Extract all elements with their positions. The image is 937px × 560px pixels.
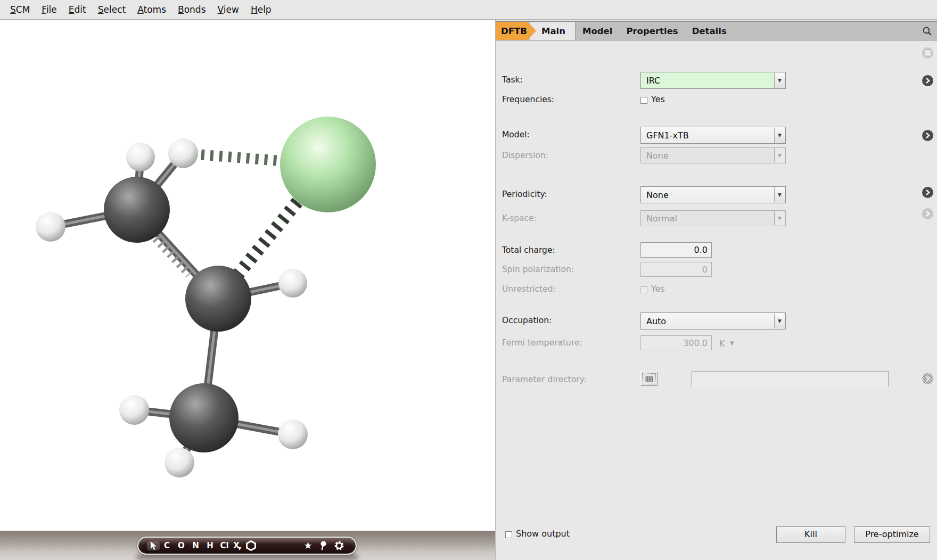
model-dropdown-arrow-icon[interactable]: ▼ [774,128,785,143]
ring-tool-icon[interactable] [241,540,260,551]
spin-polarization-input: 0 [640,262,712,277]
search-icon[interactable] [922,22,937,40]
element-hydrogen-button[interactable]: H [203,539,217,553]
occupation-dropdown-arrow-icon[interactable]: ▼ [774,314,785,328]
kspace-dropdown: Normal ▼ [640,210,786,226]
element-carbon-button[interactable]: C [160,539,174,553]
gear-tool-icon[interactable] [331,540,347,551]
dispersion-value: None [646,151,669,161]
kspace-dropdown-arrow-icon: ▼ [774,211,785,225]
fermi-unit-dropdown-caret-icon: ▼ [730,340,734,346]
element-chlorine-button[interactable]: Cl [217,539,232,553]
atom-H [126,143,155,171]
parameter-directory-label: Parameter directory: [502,375,587,384]
atom-C [169,383,239,452]
frequencies-checkbox[interactable] [640,97,647,104]
kspace-value: Normal [646,213,677,224]
element-toolbar: C O N H Cl X ▼ ★ [137,537,357,555]
dispersion-label: Dispersion: [502,151,548,160]
atom-C [185,266,251,332]
occupation-value: Auto [646,316,666,326]
periodicity-dropdown-arrow-icon[interactable]: ▼ [774,187,785,202]
task-label: Task: [502,75,523,85]
task-dropdown-arrow-icon[interactable]: ▼ [774,73,785,88]
frequencies-label: Frequencies: [502,95,554,104]
tab-main[interactable]: Main [530,22,576,40]
pointer-tool-icon[interactable] [147,541,160,550]
task-value: IRC [646,76,660,86]
menu-select[interactable]: Select [92,4,131,15]
element-nitrogen-button[interactable]: N [188,539,203,553]
show-output-label[interactable]: Show output [516,529,570,539]
periodicity-label: Periodicity: [502,190,547,199]
kspace-detail-chevron-icon-disabled [922,208,933,219]
atom-C [104,177,170,243]
model-dropdown[interactable]: GFN1-xTB ▼ [640,127,786,144]
spin-polarization-label: Spin polarization: [502,265,574,274]
menu-view[interactable]: View [212,4,245,15]
atom-H [165,448,194,477]
atom-H [119,395,149,425]
show-output-checkbox[interactable] [505,531,512,538]
fermi-temperature-unit: K [719,339,725,349]
dftb-input-panel: DFTB Main Model Properties Details Task:… [495,20,937,560]
tab-bar: DFTB Main Model Properties Details [496,21,937,40]
periodicity-value: None [646,190,669,200]
balloon-tool-icon[interactable] [315,541,331,551]
model-label: Model: [502,130,530,139]
menu-atoms[interactable]: Atoms [131,4,172,15]
dispersion-dropdown-arrow-icon: ▼ [774,149,785,162]
menu-bar: SCM File Edit Select Atoms Bonds View He… [0,0,937,20]
model-value: GFN1-xTB [646,130,689,141]
total-charge-label: Total charge: [502,245,555,255]
menu-file[interactable]: File [36,4,62,15]
parameter-detail-chevron-icon-disabled [922,373,933,384]
atom-Cl [280,117,376,212]
preoptimize-button[interactable]: Pre-optimize [854,526,930,543]
atom-H [278,419,308,449]
tab-model[interactable]: Model [576,22,619,40]
occupation-label: Occupation: [502,316,552,325]
unrestricted-checkbox [640,286,647,293]
atom-H [278,269,307,298]
product-tab-dftb[interactable]: DFTB [496,22,536,40]
parameter-directory-input [692,371,889,386]
frequencies-checkbox-label[interactable]: Yes [651,94,665,104]
tab-details[interactable]: Details [685,22,734,40]
fermi-temperature-label: Fermi temperature: [502,338,582,348]
fermi-temperature-input: 300.0 [640,335,712,350]
periodicity-dropdown[interactable]: None ▼ [640,186,786,203]
model-detail-chevron-icon[interactable] [922,130,933,141]
menu-scm[interactable]: SCM [4,4,36,15]
kspace-label: K-space: [502,213,537,223]
molecule-viewport[interactable]: C O N H Cl X ▼ ★ [0,20,495,560]
task-dropdown[interactable]: IRC ▼ [640,72,786,89]
menu-edit[interactable]: Edit [63,4,92,15]
atom-H [168,138,198,168]
menu-help[interactable]: Help [245,4,277,15]
folder-icon [645,376,653,382]
unrestricted-label: Unrestricted: [502,284,556,294]
total-charge-input[interactable]: 0.0 [640,242,712,258]
panel-menu-icon[interactable] [922,47,933,59]
menu-bonds[interactable]: Bonds [172,4,212,15]
occupation-dropdown[interactable]: Auto ▼ [640,312,786,330]
unrestricted-checkbox-label: Yes [651,284,665,294]
atom-H [36,212,65,242]
star-tool-icon[interactable]: ★ [301,539,315,553]
element-oxygen-button[interactable]: O [174,539,188,553]
task-detail-chevron-icon[interactable] [922,75,933,86]
folder-browse-button [640,372,657,386]
molecule-canvas[interactable] [0,20,495,560]
kill-button[interactable]: Kill [776,526,845,543]
periodicity-detail-chevron-icon[interactable] [922,187,933,198]
tab-properties[interactable]: Properties [619,22,685,40]
dispersion-dropdown: None ▼ [640,147,786,163]
